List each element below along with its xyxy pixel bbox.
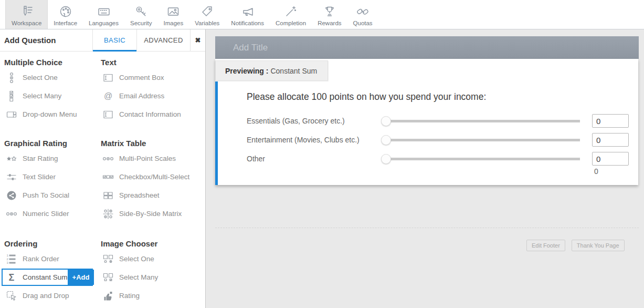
sidebar-item-label: Rating (119, 292, 140, 300)
panel-title: Add Question (0, 29, 92, 51)
allocation-row: Essentials (Gas, Grocery etc.) (247, 111, 638, 130)
sidebar-item-select-one[interactable]: Select One (100, 250, 201, 268)
dragdrop-icon (5, 290, 18, 302)
sidebar-item-text-slider[interactable]: Text Slider (3, 168, 96, 186)
toolbar-item-rewards[interactable]: Rewards (312, 0, 347, 29)
sidebar-item-label: Contact Information (119, 110, 181, 118)
toolbar-item-interface[interactable]: Interface (48, 0, 83, 29)
sidebar-item-star-rating[interactable]: Star Rating (3, 149, 96, 168)
dots-h-icon (5, 208, 18, 220)
slider-handle[interactable] (381, 154, 391, 164)
toolbar-item-label: Languages (89, 20, 119, 26)
thank-you-page-button[interactable]: Thank You Page (572, 240, 625, 251)
sidebar-item-label: Select Many (23, 92, 61, 100)
add-title-field[interactable]: Add Title (215, 36, 639, 59)
question-text: Please allocate 100 points on how you sp… (247, 91, 486, 102)
section-title: Multiple Choice (4, 57, 96, 68)
sidebar-item-drag-and-drop[interactable]: Drag and Drop (3, 286, 96, 305)
edit-footer-button[interactable]: Edit Footer (526, 240, 565, 251)
sidebar-item-rank-order[interactable]: 123Rank Order (3, 250, 96, 268)
toolbar-item-quotas[interactable]: Quotas (347, 0, 378, 29)
radio-list-icon (5, 72, 18, 84)
sidebar-item-select-many[interactable]: Select Many (100, 268, 201, 286)
previewing-label: Previewing : (225, 67, 268, 75)
images-icon (166, 4, 181, 18)
notifications-icon (240, 4, 255, 18)
tab-advanced[interactable]: ADVANCED (136, 29, 190, 51)
previewing-value: Constant Sum (270, 67, 317, 75)
sidebar-item-label: Rank Order (23, 255, 59, 263)
sidebar-item-constant-sum[interactable]: ΣConstant Sum+Add (2, 269, 93, 286)
svg-text:3: 3 (7, 261, 9, 264)
sidebar-item-select-many[interactable]: Select Many (3, 87, 96, 105)
add-question-panel: Add Question BASICADVANCED ✖ Multiple Ch… (0, 29, 206, 308)
slider-handle[interactable] (381, 116, 391, 126)
question-type-list: Multiple ChoiceSelect OneSelect ManyDrop… (0, 52, 205, 305)
toolbar-item-label: Workspace (12, 20, 41, 26)
sidebar-item-label: Constant Sum (23, 273, 68, 281)
section-title: Text (101, 57, 201, 68)
toolbar-item-label: Rewards (318, 20, 341, 26)
toolbar-item-label: Quotas (353, 20, 373, 26)
section-title: Graphical Rating (4, 138, 96, 149)
section-matrix-table: Matrix TableMulti-Point ScalesCheckbox/M… (100, 138, 201, 223)
toolbar-item-images[interactable]: Images (158, 0, 189, 29)
points-input[interactable] (592, 114, 629, 128)
sidebar-item-spreadsheet[interactable]: Spreadsheet (100, 186, 201, 204)
total-value: 0 (594, 167, 631, 176)
close-icon[interactable]: ✖ (190, 29, 205, 51)
sidebar-item-label: Text Slider (23, 173, 56, 181)
allocation-row: Other (247, 149, 638, 168)
panel-header: Add Question BASICADVANCED ✖ (0, 29, 205, 52)
sigma-icon: Σ (5, 272, 18, 283)
sidebar-item-push-to-social[interactable]: Push To Social (3, 186, 96, 204)
stars-icon (5, 153, 18, 165)
toolbar-item-languages[interactable]: Languages (83, 0, 124, 29)
toolbar-item-label: Images (164, 20, 184, 26)
sidebar-item-label: Drop-down Menu (23, 110, 77, 118)
grid-icon (101, 190, 115, 201)
accent-strip (215, 81, 218, 185)
sidebar-item-comment-box[interactable]: Comment Box (100, 68, 201, 87)
toolbar-item-security[interactable]: Security (124, 0, 158, 29)
sidebar-item-drop-down-menu[interactable]: Drop-down Menu (3, 105, 96, 124)
points-slider[interactable] (382, 135, 580, 145)
toolbar-item-label: Completion (276, 20, 306, 26)
sidebar-item-email-address[interactable]: @Email Address (100, 87, 201, 105)
toolbar-item-workspace[interactable]: Workspace (5, 0, 48, 29)
sidebar-item-multi-point-scales[interactable]: Multi-Point Scales (100, 149, 201, 168)
at-icon: @ (101, 90, 115, 102)
points-slider[interactable] (382, 154, 580, 164)
toolbar-item-label: Notifications (231, 20, 264, 26)
sidebar-item-label: Drag and Drop (23, 292, 69, 300)
points-input[interactable] (592, 133, 629, 147)
question-preview-card: Previewing :Constant Sum Please allocate… (215, 59, 638, 185)
svg-text:2: 2 (7, 258, 9, 261)
points-input[interactable] (592, 152, 629, 166)
add-button[interactable]: +Add (68, 270, 94, 285)
toolbar-item-completion[interactable]: Completion (270, 0, 312, 29)
sidebar-item-select-one[interactable]: Select One (3, 68, 96, 87)
section-title: Matrix Table (101, 138, 201, 149)
toolbar-item-label: Interface (54, 20, 77, 26)
sidebar-item-side-by-side-matrix[interactable]: Side-By-Side Matrix (100, 204, 201, 223)
toolbar-item-notifications[interactable]: Notifications (225, 0, 270, 29)
allocation-row: Entertainment (Movies, Clubs etc.) (247, 130, 638, 149)
points-slider[interactable] (382, 116, 580, 126)
sidebar-item-label: Push To Social (23, 191, 69, 199)
tab-basic[interactable]: BASIC (92, 29, 136, 51)
textbox-icon (101, 109, 115, 120)
checkbox-list-icon (5, 90, 18, 102)
section-ordering: Ordering123Rank OrderΣConstant Sum+AddDr… (3, 238, 96, 305)
sidebar-item-numeric-slider[interactable]: Numeric Slider (3, 204, 96, 223)
sidebar-item-contact-information[interactable]: Contact Information (100, 105, 201, 124)
toolbar-item-variables[interactable]: Variables (189, 0, 225, 29)
variables-icon (200, 4, 214, 18)
section-image-chooser: Image ChooserSelect OneSelect ManyRating (100, 238, 201, 305)
slider-handle[interactable] (381, 135, 391, 145)
sidebar-item-label: Star Rating (23, 155, 58, 162)
sidebar-item-rating[interactable]: Rating (100, 286, 201, 305)
toolbar-item-label: Security (130, 20, 152, 26)
completion-icon (284, 4, 298, 18)
sidebar-item-checkbox-multi-select[interactable]: Checkbox/Multi-Select (100, 168, 201, 186)
